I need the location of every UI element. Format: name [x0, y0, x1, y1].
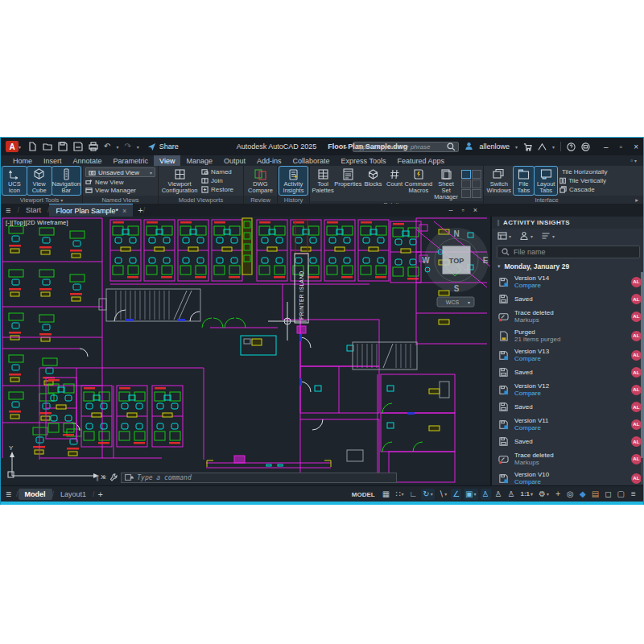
switch-windows-button[interactable]: Switch Windows — [485, 167, 513, 195]
activity-item[interactable]: Version V14 Compare AL — [492, 272, 644, 291]
command-grip-icon[interactable]: ∥ — [96, 474, 99, 481]
panel-label-history[interactable]: History — [278, 196, 309, 204]
isodraft-icon[interactable]: ∖▾ — [437, 489, 448, 500]
recent-commands-icon[interactable] — [125, 474, 134, 481]
ribbon-tab-collaborate[interactable]: Collaborate — [287, 155, 336, 166]
named-viewports-button[interactable]: Named — [201, 168, 233, 175]
annotation-scale-icon[interactable]: ♙ — [506, 489, 517, 500]
blocks-button[interactable]: Blocks — [361, 167, 384, 200]
save-icon[interactable] — [58, 142, 68, 151]
date-group-header[interactable]: ▾ Monday, January 29 — [492, 261, 644, 272]
compare-link[interactable]: Compare — [514, 390, 631, 398]
sheet-set-manager-button[interactable]: Sheet Set Manager — [433, 167, 459, 200]
customization-menu-icon[interactable]: ≡ — [629, 489, 638, 500]
panel-grip-icon[interactable]: ∥ — [497, 219, 500, 226]
navigation-bar-button[interactable]: Navigation Bar — [52, 167, 80, 195]
isodraft-icon-caret[interactable]: ▾ — [444, 489, 447, 500]
tool-palettes-button[interactable]: Tool Palettes — [312, 167, 334, 200]
activity-item[interactable]: Saved AL — [492, 399, 644, 415]
activity-item[interactable]: Purged 21 items purged AL — [492, 326, 644, 345]
new-view-button[interactable]: New View — [85, 179, 155, 186]
dwg-compare-button[interactable]: DWG Compare — [246, 167, 275, 195]
undo-icon[interactable]: ↶ — [104, 142, 110, 151]
otrack-icon[interactable]: ∠ — [451, 489, 461, 500]
wcs-button[interactable]: WCS ▾ — [437, 297, 474, 307]
workspace-gear-icon[interactable]: ⚙▾ — [537, 489, 551, 500]
isolate-objects-icon[interactable]: ◎ — [565, 489, 576, 500]
drawing-minimize-button[interactable]: – — [449, 206, 453, 214]
app-menu-caret-icon[interactable]: ▾ — [19, 144, 21, 150]
workspace-gear-icon-caret[interactable]: ▾ — [547, 489, 549, 500]
ribbon-tab-express-tools[interactable]: Express Tools — [336, 155, 392, 166]
username[interactable]: allenlowe — [479, 142, 510, 151]
user-avatar-icon[interactable] — [464, 139, 473, 154]
new-layout-button[interactable]: + — [98, 489, 103, 499]
scale-value-caret[interactable]: ▾ — [530, 489, 533, 500]
file-name-search-input[interactable]: File name — [497, 246, 640, 258]
osnap-icon[interactable]: ▣▾ — [464, 489, 477, 500]
viewport-controls-label[interactable]: [-][Top][2D Wireframe] — [6, 219, 68, 226]
command-input[interactable]: Type a command — [121, 473, 397, 483]
save-as-icon[interactable] — [73, 142, 83, 151]
customize-wrench-icon[interactable] — [109, 473, 118, 481]
panel-label-model-viewports[interactable]: Model Viewports — [159, 196, 243, 204]
panel-label-viewport-tools[interactable]: Viewport Tools▾ — [1, 196, 82, 204]
scrollbar-thumb[interactable] — [641, 272, 644, 458]
user-filter-dropdown[interactable]: ▾ — [519, 231, 533, 241]
command-macros-button[interactable]: Command Macros — [405, 167, 433, 200]
view-manager-button[interactable]: View Manager — [85, 187, 155, 194]
compare-link[interactable]: Compare — [514, 282, 631, 290]
palette-mini-buttons[interactable] — [461, 167, 481, 200]
restore-viewport-button[interactable]: Restore — [201, 186, 233, 193]
ribbon-tab-annotate[interactable]: Annotate — [68, 155, 108, 166]
ribbon-tab-insert[interactable]: Insert — [38, 155, 68, 166]
compare-link[interactable]: Compare — [514, 355, 631, 363]
redo-icon[interactable]: ↷ — [124, 142, 130, 151]
file-tabs-button[interactable]: File Tabs — [514, 167, 535, 195]
model-space-badge[interactable]: MODEL — [352, 491, 375, 498]
help-icon[interactable] — [567, 142, 576, 151]
view-cube-button[interactable]: View Cube — [27, 167, 52, 195]
view-options-dropdown[interactable]: ▾ — [497, 231, 511, 241]
panel-label-review[interactable]: Review — [244, 196, 277, 204]
autodesk-logo-icon[interactable] — [538, 142, 547, 151]
maximize-button[interactable]: ▫ — [620, 142, 623, 151]
open-folder-icon[interactable] — [43, 142, 52, 151]
panel-label-named-views[interactable]: Named Views — [83, 196, 158, 204]
fullscreen-icon[interactable]: ▢ — [616, 489, 626, 500]
user-menu-caret-icon[interactable]: ▾ — [515, 144, 518, 150]
layout-tabs-button[interactable]: Layout Tabs — [535, 167, 557, 195]
activity-item[interactable]: Saved AL — [492, 365, 644, 380]
activity-item[interactable]: Trace deleted Markups AL — [492, 307, 644, 326]
drawing-canvas[interactable]: PRINTER ISLAND N W E S TOP — [1, 217, 490, 485]
store-cart-icon[interactable] — [523, 142, 532, 151]
file-tab-menu-icon[interactable]: ≡ — [6, 205, 10, 215]
activity-item[interactable]: Saved AL — [492, 434, 644, 449]
qat-customize-caret-icon[interactable]: ▾ — [137, 144, 139, 150]
join-viewports-button[interactable]: Join — [201, 177, 233, 184]
activity-item[interactable]: Version V13 Compare AL — [492, 345, 644, 365]
tile-horizontally-button[interactable]: Tile Horizontally — [559, 168, 606, 175]
osnap-icon-caret[interactable]: ▾ — [474, 489, 477, 500]
minimize-button[interactable]: – — [604, 142, 609, 151]
tile-vertically-button[interactable]: Tile Vertically — [559, 177, 606, 184]
polar-tracking-icon-caret[interactable]: ▾ — [431, 489, 433, 500]
tab-model[interactable]: Model — [19, 489, 52, 500]
crosshair-plus-icon[interactable]: + — [553, 489, 563, 500]
grid-icon[interactable]: ▦ — [381, 489, 391, 500]
app-menu-button[interactable]: A — [6, 141, 19, 152]
new-file-icon[interactable] — [27, 142, 37, 151]
activity-item[interactable]: Trace deleted Markups AL — [492, 449, 644, 469]
annotation-visibility-icon[interactable]: ♙ — [481, 489, 491, 500]
count-button[interactable]: Count — [386, 167, 404, 200]
activity-insights-button[interactable]: Activity Insights — [279, 167, 308, 195]
panel-label-interface[interactable]: Interface — [484, 196, 609, 204]
ribbon-tab-output[interactable]: Output — [218, 155, 251, 166]
properties-button[interactable]: Properties — [335, 167, 361, 200]
activity-filter-dropdown[interactable]: ▾ — [541, 231, 555, 241]
close-button[interactable]: × — [634, 142, 638, 151]
ribbon-tab-featured-apps[interactable]: Featured Apps — [391, 155, 450, 166]
drawing-restore-button[interactable]: ▫ — [462, 206, 464, 214]
ucs-icon-button[interactable]: UCS Icon — [2, 167, 27, 195]
tab-close-icon[interactable]: × — [122, 207, 126, 215]
